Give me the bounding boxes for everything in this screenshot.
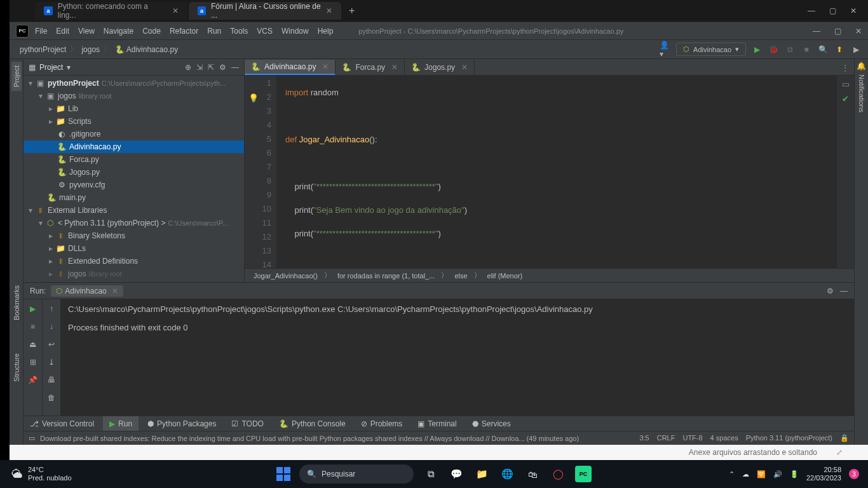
caret-position[interactable]: 3:5 xyxy=(639,434,649,442)
status-tool-icon[interactable]: ▭ xyxy=(29,434,35,442)
tool-problems[interactable]: ⊘Problems xyxy=(355,416,409,431)
tree-row[interactable]: ▾⬡< Python 3.11 (pythonProject) >C:\User… xyxy=(24,217,244,229)
collapse-icon[interactable]: ⇱ xyxy=(208,63,214,72)
down-icon[interactable]: ↓ xyxy=(46,321,57,332)
stop-button[interactable]: ■ xyxy=(801,44,812,55)
up-icon[interactable]: ↑ xyxy=(46,303,57,315)
menu-view[interactable]: View xyxy=(78,27,95,36)
line-separator[interactable]: CRLF xyxy=(657,434,675,442)
tool-tab-notifications[interactable]: Notifications xyxy=(857,71,867,116)
close-icon[interactable]: ✕ xyxy=(322,62,329,71)
update-icon[interactable]: ⬆ xyxy=(834,44,845,55)
chat-icon[interactable]: 💬 xyxy=(448,466,465,482)
close-icon[interactable]: ✕ xyxy=(855,27,862,36)
onedrive-icon[interactable]: ☁ xyxy=(742,470,749,478)
close-icon[interactable]: ✕ xyxy=(850,6,857,15)
maximize-icon[interactable]: ▢ xyxy=(829,6,836,15)
weather-widget[interactable]: 🌥 24°C Pred. nublado xyxy=(0,466,72,482)
hide-icon[interactable]: — xyxy=(231,63,239,72)
editor-tab[interactable]: 🐍Forca.py✕ xyxy=(336,60,405,75)
close-icon[interactable]: ✕ xyxy=(326,6,332,15)
close-icon[interactable]: ✕ xyxy=(391,63,398,72)
menu-edit[interactable]: Edit xyxy=(56,27,69,36)
hide-icon[interactable]: — xyxy=(840,287,848,295)
browser-tab[interactable]: a Python: comecando com a ling... ✕ xyxy=(35,2,187,20)
code-editor[interactable]: 💡 1234 5678 9101112 1314 import random d… xyxy=(245,76,854,268)
tree-row[interactable]: ▸⫴Binary Skeletons xyxy=(24,229,244,242)
tree-row[interactable]: 🐍Jogos.py xyxy=(24,166,244,179)
tool-todo[interactable]: ☑TODO xyxy=(225,416,269,431)
new-tab-button[interactable]: + xyxy=(342,5,361,17)
layout-button[interactable]: ⊞ xyxy=(27,356,39,368)
more-icon[interactable]: ⋮ xyxy=(836,61,854,75)
locate-icon[interactable]: ⊕ xyxy=(185,63,191,72)
run-config-selector[interactable]: ⬡ Adivinhacao ▾ xyxy=(676,43,746,56)
pin-button[interactable]: 📌 xyxy=(27,374,39,386)
menu-navigate[interactable]: Navigate xyxy=(104,27,133,36)
file-encoding[interactable]: UTF-8 xyxy=(682,434,702,442)
menu-run[interactable]: Run xyxy=(207,27,221,36)
tree-row[interactable]: ▾⫴External Libraries xyxy=(24,204,244,217)
tool-services[interactable]: ⬣Services xyxy=(466,416,517,431)
tree-row[interactable]: ▸📁DLLs xyxy=(24,242,244,255)
user-icon[interactable]: 👤▾ xyxy=(660,44,671,55)
close-icon[interactable]: ✕ xyxy=(461,63,468,72)
tree-row-selected[interactable]: 🐍Adivinhacao.py xyxy=(24,140,244,153)
browser-tab-active[interactable]: a Fórum | Alura - Cursos online de ... ✕ xyxy=(189,2,341,20)
menu-window[interactable]: Window xyxy=(281,27,309,36)
tree-row-root[interactable]: ▾▣pythonProjectC:\Users\marco\PycharmPro… xyxy=(24,77,244,90)
pycharm-icon[interactable]: PC xyxy=(575,466,592,482)
exit-button[interactable]: ⏏ xyxy=(27,339,39,350)
start-button[interactable] xyxy=(276,467,290,481)
indent-info[interactable]: 4 spaces xyxy=(710,434,738,442)
run-coverage-button[interactable]: ⧉ xyxy=(784,44,796,55)
clock[interactable]: 20:5822/03/2023 xyxy=(806,466,841,482)
task-view-icon[interactable]: ⧉ xyxy=(423,466,439,482)
tree-row[interactable]: ▸⫴Extended Definitions xyxy=(24,255,244,268)
volume-icon[interactable]: 🔊 xyxy=(773,470,782,478)
tool-tab-bookmarks[interactable]: Bookmarks xyxy=(11,281,22,324)
close-icon[interactable]: ✕ xyxy=(172,6,179,15)
debug-button[interactable]: 🐞 xyxy=(768,44,779,55)
tool-terminal[interactable]: ▣Terminal xyxy=(411,416,463,431)
menu-code[interactable]: Code xyxy=(142,27,161,36)
code-crumb[interactable]: elif (Menor) xyxy=(485,271,526,280)
tree-row[interactable]: 🐍main.py xyxy=(24,191,244,204)
gear-icon[interactable]: ⚙ xyxy=(219,63,226,72)
menu-help[interactable]: Help xyxy=(318,27,334,36)
trash-icon[interactable]: 🗑 xyxy=(46,392,57,403)
lock-icon[interactable]: 🔒 xyxy=(840,434,849,442)
wrap-icon[interactable]: ↩ xyxy=(46,339,57,350)
run-button[interactable]: ▶ xyxy=(751,44,763,55)
search-icon[interactable]: 🔍 xyxy=(817,44,829,55)
breadcrumb[interactable]: jogos xyxy=(78,44,104,55)
edge-icon[interactable]: 🌐 xyxy=(499,466,515,482)
interpreter-info[interactable]: Python 3.11 (pythonProject) xyxy=(746,434,832,442)
tool-version-control[interactable]: ⎇Version Control xyxy=(24,416,100,431)
tree-row[interactable]: ◐.gitignore xyxy=(24,128,244,140)
ide-features-icon[interactable]: ▶ xyxy=(850,44,862,55)
tree-row[interactable]: ▸📁Lib xyxy=(24,102,244,115)
code-crumb[interactable]: for rodadas in range (1, total_... xyxy=(335,271,437,280)
breadcrumb[interactable]: pythonProject xyxy=(16,44,70,55)
bell-icon[interactable]: 🔔 xyxy=(857,62,866,71)
notification-badge[interactable]: 3 xyxy=(849,469,859,479)
battery-icon[interactable]: 🔋 xyxy=(790,470,799,478)
minimize-icon[interactable]: — xyxy=(808,6,815,15)
code-content[interactable]: import random def Jogar_Adivinhacao(): p… xyxy=(276,76,836,268)
scroll-icon[interactable]: ⤓ xyxy=(46,356,57,368)
project-tree[interactable]: ▾▣pythonProjectC:\Users\marco\PycharmPro… xyxy=(24,76,244,282)
tool-python-packages[interactable]: ⬢Python Packages xyxy=(141,416,222,431)
console-output[interactable]: C:\Users\marco\PycharmProjects\pythonPro… xyxy=(60,299,854,416)
minimize-icon[interactable]: — xyxy=(813,27,820,36)
tool-run[interactable]: ▶Run xyxy=(103,416,139,431)
tree-row[interactable]: 🐍Forca.py xyxy=(24,153,244,166)
store-icon[interactable]: 🛍 xyxy=(524,466,541,482)
stop-button[interactable]: ■ xyxy=(27,321,39,332)
wifi-icon[interactable]: 🛜 xyxy=(757,470,766,478)
breadcrumb[interactable]: 🐍 Adivinhacao.py xyxy=(111,44,182,55)
maximize-icon[interactable]: ▢ xyxy=(834,27,841,36)
tray-chevron-icon[interactable]: ⌃ xyxy=(729,470,735,478)
tool-tab-structure[interactable]: Structure xyxy=(11,349,22,386)
code-crumb[interactable]: else xyxy=(452,271,470,280)
